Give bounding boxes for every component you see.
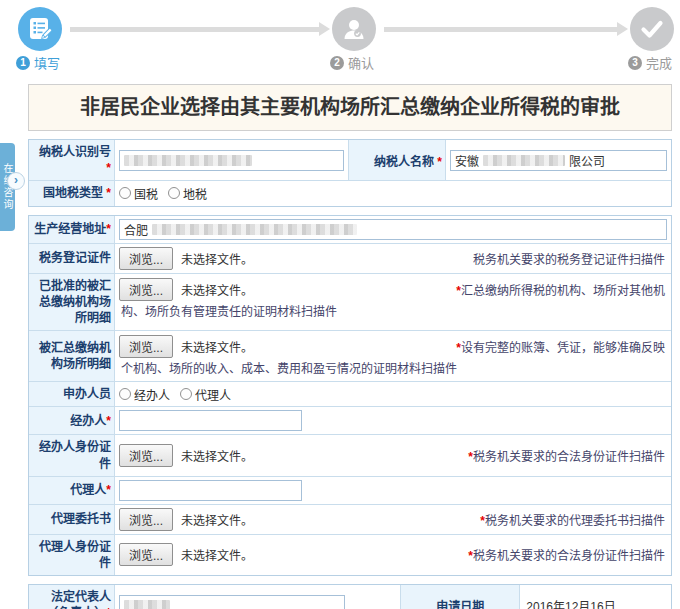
no-file-text: 未选择文件。 bbox=[181, 281, 253, 298]
radio-icon[interactable] bbox=[180, 388, 192, 400]
radio-icon[interactable] bbox=[168, 187, 180, 199]
legal-rep-table: 法定代表人（负责人）* 申请日期 2016年12月16日 bbox=[28, 584, 672, 609]
approved-detail-hint: *汇总缴纳所得税的机构、场所对其他机 bbox=[456, 281, 667, 298]
taxpayer-info-table: 纳税人识别号 * 纳税人名称 * 安徽 限公司 国地税类型 * 国税 bbox=[28, 139, 672, 207]
table-row: 法定代表人（负责人）* 申请日期 2016年12月16日 bbox=[29, 585, 671, 609]
summary-detail-label: 被汇总缴纳机构场所明细 bbox=[29, 331, 115, 381]
summary-detail-hint-wrap: 个机构、场所的收入、成本、费用和盈亏情况的证明材料扫描件 bbox=[119, 358, 667, 378]
agent-poa-label: 代理委托书 bbox=[29, 505, 115, 534]
approved-detail-hint-wrap: 构、场所负有管理责任的证明材料扫描件 bbox=[119, 301, 667, 321]
step-label-done: 3 完成 bbox=[628, 53, 672, 72]
step-done-icon bbox=[630, 7, 674, 51]
legal-rep-input[interactable] bbox=[119, 595, 345, 609]
handler-id-hint: *税务机关要求的合法身份证件扫描件 bbox=[468, 447, 667, 464]
table-row: 被汇总缴纳机构场所明细 浏览... 未选择文件。 *设有完整的账簿、凭证，能够准… bbox=[29, 331, 671, 382]
table-row: 代理人* bbox=[29, 477, 671, 505]
agent-id-hint: *税务机关要求的合法身份证件扫描件 bbox=[468, 546, 667, 563]
side-tab-expand-arrow-icon[interactable]: › bbox=[7, 172, 25, 190]
handler-id-cell: 浏览... 未选择文件。 *税务机关要求的合法身份证件扫描件 bbox=[115, 435, 671, 475]
handler-cell bbox=[115, 407, 671, 434]
radio-handler[interactable]: 经办人 bbox=[119, 386, 170, 403]
legal-rep-label: 法定代表人（负责人）* bbox=[29, 585, 115, 609]
step-fill-icon bbox=[18, 7, 62, 51]
taxpayer-name-suffix: 限公司 bbox=[569, 152, 605, 169]
table-row: 代理人身份证件 浏览... 未选择文件。 *税务机关要求的合法身份证件扫描件 bbox=[29, 535, 671, 575]
taxpayer-id-label: 纳税人识别号 * bbox=[29, 140, 115, 180]
no-file-text: 未选择文件。 bbox=[181, 338, 253, 355]
taxpayer-name-label: 纳税人名称 * bbox=[348, 140, 446, 180]
taxpayer-id-input[interactable] bbox=[119, 150, 344, 171]
agent-id-cell: 浏览... 未选择文件。 *税务机关要求的合法身份证件扫描件 bbox=[115, 535, 671, 575]
step-confirm-icon bbox=[332, 7, 376, 51]
no-file-text: 未选择文件。 bbox=[181, 250, 253, 267]
form-title-box: 非居民企业选择由其主要机构场所汇总缴纳企业所得税的审批 bbox=[28, 84, 672, 131]
no-file-text: 未选择文件。 bbox=[181, 511, 253, 528]
address-cell: 合肥 bbox=[115, 216, 671, 243]
table-row: 纳税人识别号 * 纳税人名称 * 安徽 限公司 bbox=[29, 140, 671, 181]
step-number-badge: 2 bbox=[330, 56, 344, 70]
browse-button[interactable]: 浏览... bbox=[119, 543, 173, 566]
tax-reg-cert-hint: 税务机关要求的税务登记证件扫描件 bbox=[473, 250, 667, 267]
no-file-text: 未选择文件。 bbox=[181, 546, 253, 563]
tax-reg-cert-label: 税务登记证件 bbox=[29, 244, 115, 273]
apply-date-value: 2016年12月16日 bbox=[524, 597, 615, 609]
address-label: 生产经营地址* bbox=[29, 216, 115, 243]
handler-input[interactable] bbox=[119, 410, 302, 431]
applicant-type-label: 申办人员 bbox=[29, 382, 115, 406]
taxpayer-id-cell bbox=[115, 140, 348, 180]
taxpayer-name-prefix: 安徽 bbox=[455, 152, 479, 169]
step-arrow-icon bbox=[384, 27, 618, 32]
apply-date-cell: 2016年12月16日 bbox=[520, 585, 671, 609]
taxpayer-name-input[interactable]: 安徽 限公司 bbox=[450, 150, 667, 171]
agent-id-label: 代理人身份证件 bbox=[29, 535, 115, 575]
agent-poa-cell: 浏览... 未选择文件。 *税务机关要求的代理委托书扫描件 bbox=[115, 505, 671, 534]
approved-detail-label: 已批准的被汇总缴纳机构场所明细 bbox=[29, 274, 115, 331]
browse-button[interactable]: 浏览... bbox=[119, 278, 173, 301]
agent-input[interactable] bbox=[119, 480, 302, 501]
approved-detail-cell: 浏览... 未选择文件。 *汇总缴纳所得税的机构、场所对其他机 构、场所负有管理… bbox=[115, 274, 671, 331]
no-file-text: 未选择文件。 bbox=[181, 447, 253, 464]
step-label-text: 完成 bbox=[646, 53, 672, 72]
browse-button[interactable]: 浏览... bbox=[119, 247, 173, 270]
main-form-table: 生产经营地址* 合肥 税务登记证件 浏览... 未选择文件。 税务机关要求的税务… bbox=[28, 215, 672, 577]
tax-type-cell: 国税 地税 bbox=[115, 181, 671, 205]
table-row: 申办人员 经办人 代理人 bbox=[29, 382, 671, 407]
step-label-text: 确认 bbox=[348, 53, 374, 72]
applicant-type-cell: 经办人 代理人 bbox=[115, 382, 671, 406]
table-row: 经办人身份证件 浏览... 未选择文件。 *税务机关要求的合法身份证件扫描件 bbox=[29, 435, 671, 476]
taxpayer-name-cell: 安徽 限公司 bbox=[446, 140, 671, 180]
table-row: 国地税类型 * 国税 地税 bbox=[29, 181, 671, 205]
browse-button[interactable]: 浏览... bbox=[119, 444, 173, 467]
radio-icon[interactable] bbox=[119, 388, 131, 400]
table-row: 经办人* bbox=[29, 407, 671, 435]
address-prefix: 合肥 bbox=[124, 221, 148, 238]
step-label-fill: 1 填写 bbox=[16, 53, 60, 72]
step-number-badge: 3 bbox=[628, 56, 642, 70]
legal-rep-cell bbox=[115, 585, 400, 609]
handler-id-label: 经办人身份证件 bbox=[29, 435, 115, 475]
address-input[interactable]: 合肥 bbox=[119, 219, 667, 240]
tax-reg-cert-cell: 浏览... 未选择文件。 税务机关要求的税务登记证件扫描件 bbox=[115, 244, 671, 273]
radio-dishui[interactable]: 地税 bbox=[168, 185, 207, 202]
radio-guoshui[interactable]: 国税 bbox=[119, 185, 158, 202]
tax-type-label: 国地税类型 * bbox=[29, 181, 115, 205]
table-row: 已批准的被汇总缴纳机构场所明细 浏览... 未选择文件。 *汇总缴纳所得税的机构… bbox=[29, 274, 671, 332]
step-label-confirm: 2 确认 bbox=[330, 53, 374, 72]
radio-icon[interactable] bbox=[119, 187, 131, 199]
browse-button[interactable]: 浏览... bbox=[119, 335, 173, 358]
agent-poa-hint: *税务机关要求的代理委托书扫描件 bbox=[480, 511, 667, 528]
table-row: 代理委托书 浏览... 未选择文件。 *税务机关要求的代理委托书扫描件 bbox=[29, 505, 671, 535]
step-arrow-icon bbox=[70, 27, 320, 32]
progress-stepper: 1 填写 2 确认 3 完成 bbox=[6, 0, 674, 72]
apply-date-label: 申请日期 bbox=[400, 585, 520, 609]
handler-label: 经办人* bbox=[29, 407, 115, 434]
step-label-text: 填写 bbox=[34, 53, 60, 72]
summary-detail-hint: *设有完整的账簿、凭证，能够准确反映 bbox=[456, 338, 667, 355]
browse-button[interactable]: 浏览... bbox=[119, 508, 173, 531]
table-row: 生产经营地址* 合肥 bbox=[29, 216, 671, 244]
summary-detail-cell: 浏览... 未选择文件。 *设有完整的账簿、凭证，能够准确反映 个机构、场所的收… bbox=[115, 331, 671, 381]
radio-agent[interactable]: 代理人 bbox=[180, 386, 231, 403]
agent-label: 代理人* bbox=[29, 477, 115, 504]
agent-cell bbox=[115, 477, 671, 504]
step-number-badge: 1 bbox=[16, 56, 30, 70]
